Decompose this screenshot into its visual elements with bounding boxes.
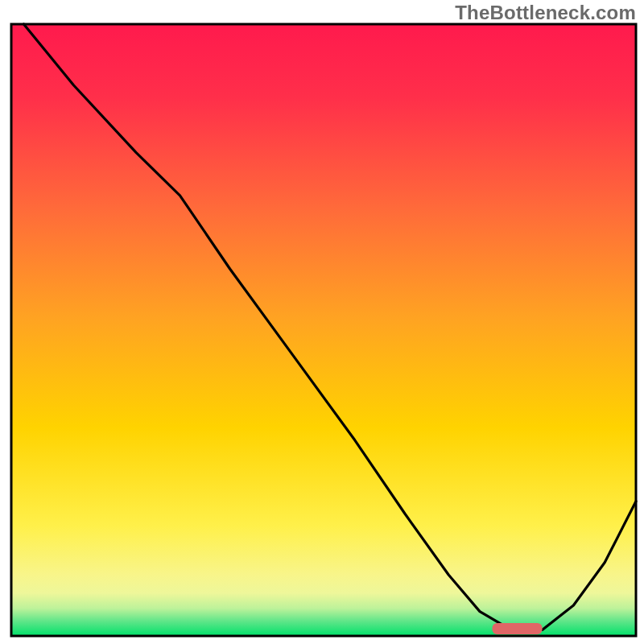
chart-background-gradient <box>11 24 636 636</box>
watermark-label: TheBottleneck.com <box>455 2 636 24</box>
bottleneck-chart: TheBottleneck.com <box>0 0 644 644</box>
chart-canvas <box>0 0 644 644</box>
trough-marker <box>493 623 543 634</box>
